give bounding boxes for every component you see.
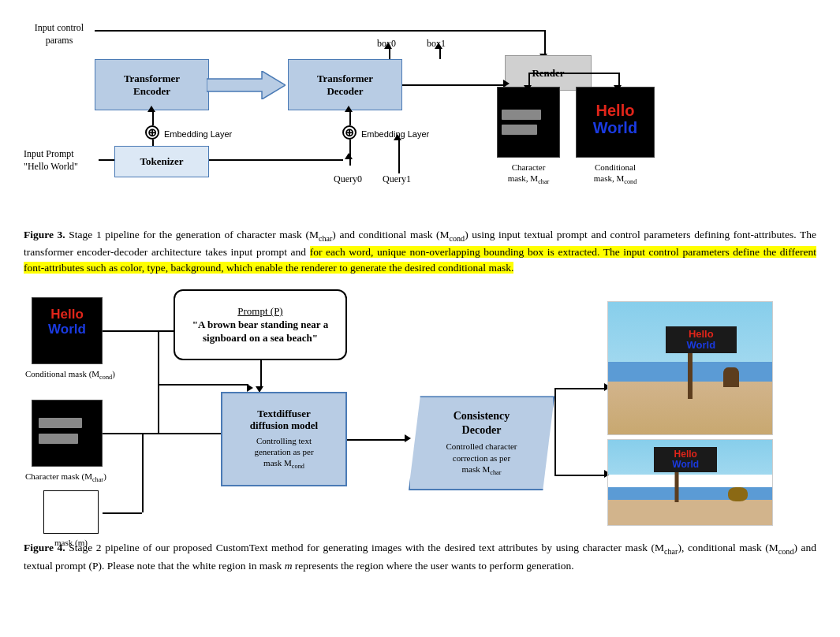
fig4-cond-label: Conditional mask (Mcond) (25, 368, 115, 382)
tokenizer-box: Tokenizer (114, 146, 209, 177)
svg-marker-0 (207, 71, 286, 99)
v-arrow-dec (349, 110, 351, 125)
down-box0 (389, 47, 390, 59)
arrow-prompt-tok (99, 159, 114, 161)
arrow-box1-up (439, 47, 441, 59)
render-split-line (528, 73, 619, 74)
arrow-mask-diff1 (103, 512, 142, 514)
plus-circle-1: ⊕ (145, 125, 159, 140)
beach-photo-1: Hello World (607, 301, 773, 435)
q1-arrow (398, 140, 400, 173)
line-to-render (389, 30, 506, 32)
transformer-encoder-box: TransformerEncoder (95, 59, 209, 110)
arrow-v1 (544, 30, 546, 54)
tok-to-plus1 (152, 140, 154, 146)
arrowhead-up-box1 (435, 43, 442, 49)
transformer-decoder-box: TransformerDecoder (288, 59, 402, 110)
fig4-char-label: Character mask (Mchar) (25, 471, 106, 485)
ah-dec (345, 106, 353, 112)
input-prompt-label: Input Prompt"Hello World" (24, 148, 99, 173)
cond-mask-img: Hello World (576, 87, 655, 158)
ah-char (524, 85, 532, 91)
arrow-char-diff2 (158, 330, 159, 433)
query1-label: Query1 (383, 173, 411, 185)
fig4-text: Stage 2 pipeline of our proposed CustomT… (24, 542, 816, 571)
vert-connect (554, 388, 556, 475)
enc-dec-arrow-svg (207, 71, 286, 99)
diff-to-cons (347, 439, 406, 441)
tok-to-plus2 (209, 159, 343, 161)
char-mask-img (497, 87, 560, 158)
ah-enc (147, 106, 155, 112)
fig4-mask-label: mask (m) (43, 538, 99, 547)
plus-circle-2: ⊕ (342, 125, 357, 140)
beach-photo-2: Hello World (607, 439, 773, 526)
ah-diff-cons (405, 434, 411, 442)
consistency-decoder-box: ConsistencyDecoder Controlled characterc… (409, 396, 554, 490)
q0-ah (345, 153, 353, 159)
figure3-diagram: Input controlparams TransformerEncoder T… (24, 8, 816, 221)
char-mask-caption: Charactermask, Mchar (497, 162, 560, 187)
diagram3: Input controlparams TransformerEncoder T… (24, 8, 816, 197)
horiz-to-diff (158, 384, 248, 386)
embedding-label-1: Embedding Layer (164, 129, 232, 139)
arrow-mask-diff2 (142, 433, 144, 512)
input-control-label: Input controlparams (24, 22, 95, 47)
fig4-mask-box (43, 490, 99, 534)
v-arrow-enc (152, 110, 154, 125)
dec-to-render (402, 84, 505, 86)
diagram4: Hello World Conditional mask (Mcond) Cha… (24, 289, 816, 534)
query0-label: Query0 (334, 173, 362, 185)
cons-to-photo1 (554, 388, 606, 389)
arrowhead-up-box0 (384, 43, 392, 49)
figure4-diagram: Hello World Conditional mask (Mcond) Cha… (24, 289, 816, 534)
textdiffuser-box: Textdiffuserdiffusion model Controlling … (221, 392, 347, 486)
ah-cond (614, 85, 622, 91)
fig4-char-mask-img (32, 400, 103, 467)
prompt-box: Prompt (P) "A brown bear standing near a… (174, 289, 347, 360)
cons-to-photo2 (554, 475, 606, 476)
prompt-to-diff-v (260, 360, 262, 388)
cond-mask-caption: Conditionalmask, Mcond (576, 162, 655, 187)
fig3-num: Figure 3. (24, 229, 65, 240)
figure3-caption: Figure 3. Stage 1 pipeline for the gener… (24, 227, 816, 275)
fig4-cond-mask-img: Hello World (32, 297, 103, 364)
q1-ah (394, 134, 401, 140)
figure4-caption: Figure 4. Stage 2 pipeline of our propos… (24, 540, 816, 573)
